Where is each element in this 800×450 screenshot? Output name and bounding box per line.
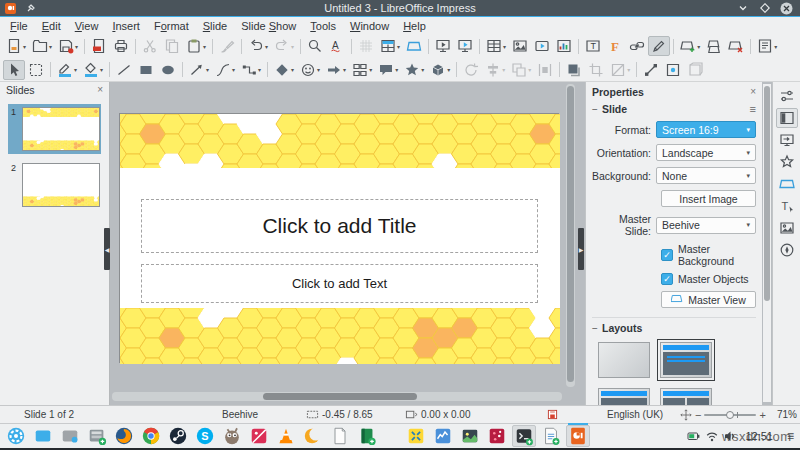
rotate-button[interactable]: [460, 60, 482, 80]
curves-and-polygons-button[interactable]: ▾: [212, 60, 238, 80]
show-draw-functions-button[interactable]: [648, 36, 670, 56]
horizontal-scrollbar[interactable]: [112, 392, 562, 401]
line-color-button[interactable]: ▾: [54, 60, 80, 80]
language-status[interactable]: English (UK): [607, 406, 663, 423]
layout-title-content[interactable]: [598, 388, 650, 405]
maximize-button[interactable]: [758, 2, 771, 15]
to-3d-button[interactable]: [684, 60, 706, 80]
slide-thumbnail-1[interactable]: 1: [8, 104, 101, 154]
connectors-button[interactable]: ▾: [238, 60, 264, 80]
open-button[interactable]: ▾: [29, 36, 55, 56]
taskbar-crescent-app[interactable]: [301, 425, 325, 447]
taskbar-krita[interactable]: [247, 425, 271, 447]
export-pdf-button[interactable]: [88, 36, 110, 56]
taskbar-vlc[interactable]: [274, 425, 298, 447]
menu-slide[interactable]: Slide: [196, 18, 234, 34]
taskbar-text-document[interactable]: [328, 425, 352, 447]
select-button[interactable]: [3, 60, 25, 80]
fit-slide-icon[interactable]: [680, 406, 692, 423]
insert-hyperlink-button[interactable]: [626, 36, 648, 56]
print-button[interactable]: [110, 36, 132, 56]
tray-battery-icon[interactable]: [687, 429, 701, 443]
taskbar-screen-tool[interactable]: [404, 425, 428, 447]
start-from-first-slide-button[interactable]: [432, 36, 454, 56]
edit-points-button[interactable]: [640, 60, 662, 80]
clone-formatting-button[interactable]: [216, 36, 238, 56]
title-placeholder[interactable]: Click to add Title: [141, 199, 538, 253]
crop-image-button[interactable]: [585, 60, 607, 80]
tab-properties[interactable]: [776, 108, 798, 128]
display-grid-button[interactable]: [355, 36, 377, 56]
3d-objects-button[interactable]: ▾: [427, 60, 453, 80]
arrange-button[interactable]: ▾: [508, 60, 534, 80]
taskbar-gimp[interactable]: [220, 425, 244, 447]
vertical-scrollbar[interactable]: [566, 84, 575, 387]
rectangle-button[interactable]: [135, 60, 157, 80]
cut-button[interactable]: [139, 36, 161, 56]
insert-line-button[interactable]: [113, 60, 135, 80]
taskbar-file-manager[interactable]: [85, 425, 109, 447]
menu-edit[interactable]: Edit: [35, 18, 68, 34]
taskbar-app-launcher[interactable]: [4, 425, 28, 447]
properties-close-icon[interactable]: ×: [750, 86, 756, 97]
zoom-percent[interactable]: 71%: [777, 406, 797, 423]
master-background-checkbox[interactable]: ✓: [661, 249, 673, 261]
slides-panel-close-icon[interactable]: ×: [97, 85, 103, 95]
menu-insert[interactable]: Insert: [105, 18, 147, 34]
menu-slide-show[interactable]: Slide Show: [234, 18, 303, 34]
orientation-dropdown[interactable]: Landscape▾: [656, 144, 756, 161]
new-slide-button[interactable]: ▾: [677, 36, 703, 56]
menu-help[interactable]: Help: [396, 18, 433, 34]
shadow-button[interactable]: [563, 60, 585, 80]
master-view-button[interactable]: Master View: [661, 291, 756, 308]
tab-slide-transition[interactable]: [776, 130, 798, 150]
tab-master-slides[interactable]: [776, 174, 798, 194]
taskbar-skype[interactable]: S: [193, 425, 217, 447]
tray-wifi-icon[interactable]: [705, 429, 719, 443]
slide-thumbnail-2[interactable]: 2: [8, 160, 101, 210]
properties-scrollbar[interactable]: [763, 84, 771, 402]
taskbar-terminal[interactable]: [512, 425, 536, 447]
background-dropdown[interactable]: None▾: [656, 167, 756, 184]
taskbar-system-monitor[interactable]: [431, 425, 455, 447]
taskbar-chrome[interactable]: [139, 425, 163, 447]
fill-color-button[interactable]: ▾: [80, 60, 106, 80]
callout-shapes-button[interactable]: ▾: [375, 60, 401, 80]
taskbar-notes-book[interactable]: [355, 425, 379, 447]
basic-shapes-button[interactable]: ▾: [271, 60, 297, 80]
insert-fontwork-button[interactable]: F: [604, 36, 626, 56]
zoom-pan-button[interactable]: [25, 60, 47, 80]
format-dropdown[interactable]: Screen 16:9▾: [656, 121, 756, 138]
zoom-in-icon[interactable]: +: [759, 409, 765, 421]
align-objects-button[interactable]: ▾: [482, 60, 508, 80]
ellipse-button[interactable]: [157, 60, 179, 80]
tab-navigator[interactable]: [776, 240, 798, 260]
glue-points-button[interactable]: [662, 60, 684, 80]
master-objects-checkbox[interactable]: ✓: [661, 273, 673, 285]
insert-media-button[interactable]: [531, 36, 553, 56]
slide-canvas[interactable]: Click to add Title Click to add Text: [119, 113, 559, 363]
tab-sidebar-settings[interactable]: [776, 86, 798, 106]
pin-icon[interactable]: [26, 0, 36, 17]
taskbar-steam[interactable]: [166, 425, 190, 447]
taskbar-writer-document[interactable]: [539, 425, 563, 447]
layout-title-two-content[interactable]: [660, 388, 712, 405]
zoom-out-icon[interactable]: −: [695, 409, 701, 421]
master-slide-dropdown[interactable]: Beehive▾: [656, 217, 756, 234]
slide-section-menu-icon[interactable]: ≡: [750, 103, 756, 115]
find-replace-button[interactable]: [304, 36, 326, 56]
undo-button[interactable]: ▾: [245, 36, 271, 56]
insert-chart-button[interactable]: [553, 36, 575, 56]
layouts-section-collapse-icon[interactable]: −: [592, 323, 602, 334]
tab-gallery[interactable]: [776, 218, 798, 238]
delete-slide-button[interactable]: [725, 36, 747, 56]
save-button[interactable]: ▾: [55, 36, 81, 56]
redo-button[interactable]: ▾: [271, 36, 297, 56]
tab-styles[interactable]: T: [776, 196, 798, 216]
insert-image-button[interactable]: Insert Image: [661, 190, 756, 207]
block-arrows-button[interactable]: ▾: [323, 60, 349, 80]
master-slide-status[interactable]: Beehive: [222, 406, 258, 423]
slide-properties-button[interactable]: ▾: [754, 36, 780, 56]
paste-button[interactable]: ▾: [183, 36, 209, 56]
spelling-button[interactable]: A: [326, 36, 348, 56]
